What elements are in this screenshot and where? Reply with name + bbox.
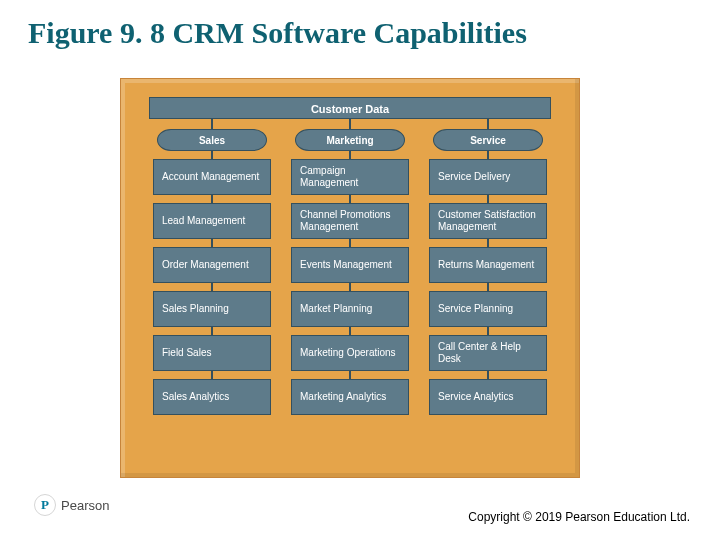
connector (349, 119, 351, 129)
figure-title: Figure 9. 8 CRM Software Capabilities (28, 16, 527, 50)
box-service-planning: Service Planning (429, 291, 547, 327)
column-service: Service Service Delivery Customer Satisf… (425, 119, 551, 459)
slide: Figure 9. 8 CRM Software Capabilities Cu… (0, 0, 720, 540)
box-sales-analytics: Sales Analytics (153, 379, 271, 415)
pearson-logo: P Pearson (34, 494, 109, 516)
connector (211, 327, 213, 335)
box-account-management: Account Management (153, 159, 271, 195)
box-customer-satisfaction-management: Customer Satisfaction Management (429, 203, 547, 239)
connector (487, 327, 489, 335)
box-channel-promotions-management: Channel Promotions Management (291, 203, 409, 239)
connector (349, 239, 351, 247)
columns-container: Sales Account Management Lead Management… (149, 119, 551, 459)
connector (487, 371, 489, 379)
connector (211, 371, 213, 379)
pill-service: Service (433, 129, 543, 151)
box-field-sales: Field Sales (153, 335, 271, 371)
connector (487, 151, 489, 159)
header-customer-data: Customer Data (149, 97, 551, 119)
figure-inner: Customer Data Sales Account Management L… (139, 97, 561, 459)
connector (349, 283, 351, 291)
box-sales-planning: Sales Planning (153, 291, 271, 327)
box-order-management: Order Management (153, 247, 271, 283)
box-events-management: Events Management (291, 247, 409, 283)
connector (349, 195, 351, 203)
box-service-analytics: Service Analytics (429, 379, 547, 415)
column-marketing: Marketing Campaign Management Channel Pr… (287, 119, 413, 459)
connector (211, 119, 213, 129)
box-campaign-management: Campaign Management (291, 159, 409, 195)
connector (211, 283, 213, 291)
box-marketing-operations: Marketing Operations (291, 335, 409, 371)
connector (487, 283, 489, 291)
pill-sales: Sales (157, 129, 267, 151)
connector (211, 195, 213, 203)
column-sales: Sales Account Management Lead Management… (149, 119, 275, 459)
connector (487, 119, 489, 129)
connector (349, 371, 351, 379)
pearson-logo-text: Pearson (61, 498, 109, 513)
box-returns-management: Returns Management (429, 247, 547, 283)
copyright-text: Copyright © 2019 Pearson Education Ltd. (468, 510, 690, 524)
connector (211, 151, 213, 159)
box-marketing-analytics: Marketing Analytics (291, 379, 409, 415)
pearson-logo-icon: P (34, 494, 56, 516)
connector (349, 151, 351, 159)
box-call-center-help-desk: Call Center & Help Desk (429, 335, 547, 371)
box-market-planning: Market Planning (291, 291, 409, 327)
figure-frame: Customer Data Sales Account Management L… (120, 78, 580, 478)
connector (487, 195, 489, 203)
box-lead-management: Lead Management (153, 203, 271, 239)
pill-marketing: Marketing (295, 129, 405, 151)
connector (211, 239, 213, 247)
box-service-delivery: Service Delivery (429, 159, 547, 195)
connector (487, 239, 489, 247)
connector (349, 327, 351, 335)
